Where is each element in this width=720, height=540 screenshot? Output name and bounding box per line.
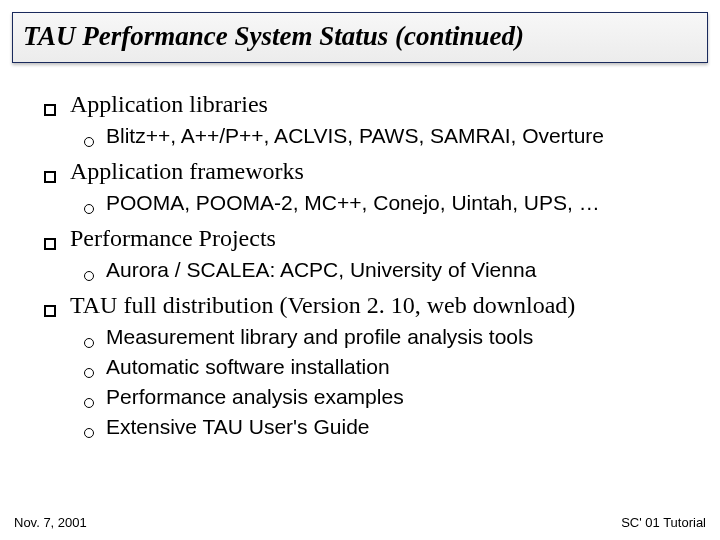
heading-text: Application frameworks bbox=[70, 158, 304, 185]
square-bullet-icon bbox=[44, 104, 56, 116]
item-text: POOMA, POOMA-2, MC++, Conejo, Uintah, UP… bbox=[106, 191, 600, 215]
footer-event: SC' 01 Tutorial bbox=[621, 515, 706, 530]
item-text: Measurement library and profile analysis… bbox=[106, 325, 533, 349]
circle-bullet-icon bbox=[84, 428, 94, 438]
heading-text: TAU full distribution (Version 2. 10, we… bbox=[70, 292, 575, 319]
circle-bullet-icon bbox=[84, 398, 94, 408]
square-bullet-icon bbox=[44, 171, 56, 183]
item-text: Extensive TAU User's Guide bbox=[106, 415, 370, 439]
list-item: Blitz++, A++/P++, ACLVIS, PAWS, SAMRAI, … bbox=[84, 124, 700, 148]
section-heading: Application frameworks bbox=[44, 158, 700, 185]
footer: Nov. 7, 2001 SC' 01 Tutorial bbox=[14, 515, 706, 530]
title-box: TAU Performance System Status (continued… bbox=[12, 12, 708, 63]
section-heading: TAU full distribution (Version 2. 10, we… bbox=[44, 292, 700, 319]
slide-title: TAU Performance System Status (continued… bbox=[23, 21, 697, 52]
list-item: Automatic software installation bbox=[84, 355, 700, 379]
item-text: Performance analysis examples bbox=[106, 385, 404, 409]
list-item: POOMA, POOMA-2, MC++, Conejo, Uintah, UP… bbox=[84, 191, 700, 215]
list-item: Aurora / SCALEA: ACPC, University of Vie… bbox=[84, 258, 700, 282]
square-bullet-icon bbox=[44, 305, 56, 317]
circle-bullet-icon bbox=[84, 204, 94, 214]
list-item: Performance analysis examples bbox=[84, 385, 700, 409]
square-bullet-icon bbox=[44, 238, 56, 250]
section-heading: Application libraries bbox=[44, 91, 700, 118]
footer-date: Nov. 7, 2001 bbox=[14, 515, 87, 530]
section-heading: Performance Projects bbox=[44, 225, 700, 252]
slide-content: Application libraries Blitz++, A++/P++, … bbox=[0, 63, 720, 439]
list-item: Extensive TAU User's Guide bbox=[84, 415, 700, 439]
heading-text: Application libraries bbox=[70, 91, 268, 118]
item-text: Automatic software installation bbox=[106, 355, 390, 379]
circle-bullet-icon bbox=[84, 368, 94, 378]
item-text: Blitz++, A++/P++, ACLVIS, PAWS, SAMRAI, … bbox=[106, 124, 604, 148]
circle-bullet-icon bbox=[84, 338, 94, 348]
item-text: Aurora / SCALEA: ACPC, University of Vie… bbox=[106, 258, 536, 282]
heading-text: Performance Projects bbox=[70, 225, 276, 252]
circle-bullet-icon bbox=[84, 271, 94, 281]
circle-bullet-icon bbox=[84, 137, 94, 147]
list-item: Measurement library and profile analysis… bbox=[84, 325, 700, 349]
